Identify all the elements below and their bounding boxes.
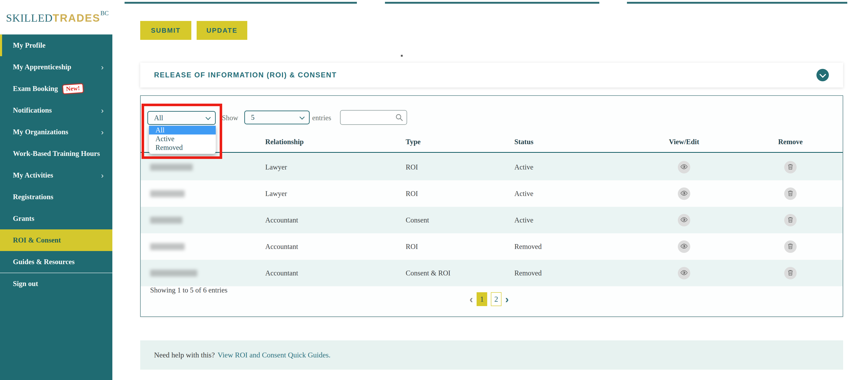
relationship-cell: Lawyer (256, 163, 396, 171)
table-body: LawyerROIActiveLawyerROIActiveAccountant… (141, 154, 843, 286)
sidebar-item-roi-consent[interactable]: ROI & Consent (0, 229, 112, 251)
status-cell: Removed (505, 269, 630, 277)
status-option-removed[interactable]: Removed (149, 143, 216, 152)
sidebar: My ProfileMy Apprenticeship›Exam Booking… (0, 34, 112, 380)
chevron-right-icon: › (101, 106, 103, 115)
redacted-name-blob (150, 164, 193, 171)
sidebar-item-label: Notifications (13, 106, 52, 114)
table-summary: Showing 1 to 5 of 6 entries (150, 286, 227, 294)
trash-icon (787, 163, 794, 171)
redacted-name-blob (150, 243, 185, 250)
pagination: ‹ 12› (469, 292, 509, 306)
status-cell: Removed (505, 242, 630, 251)
view-edit-button[interactable] (678, 214, 690, 226)
type-cell: ROI (396, 242, 505, 251)
name-cell-redacted (141, 190, 256, 197)
sidebar-item-guides-resources[interactable]: Guides & Resources (0, 251, 112, 273)
view-edit-cell (630, 214, 738, 226)
pagination-prev-icon[interactable]: ‹ (469, 293, 473, 305)
pagination-page-2[interactable]: 2 (491, 292, 501, 306)
submit-button[interactable]: SUBMIT (140, 21, 191, 40)
remove-cell (738, 214, 843, 226)
search-icon (395, 113, 403, 122)
redacted-name-blob (150, 190, 185, 197)
view-edit-button[interactable] (678, 187, 690, 200)
view-edit-cell (630, 267, 738, 280)
view-edit-button[interactable] (678, 240, 690, 253)
trash-icon (787, 269, 794, 277)
remove-button[interactable] (784, 267, 797, 280)
eye-icon (680, 269, 688, 277)
remove-cell (738, 187, 843, 200)
sidebar-item-sign-out[interactable]: Sign out (0, 273, 112, 294)
sidebar-item-my-apprenticeship[interactable]: My Apprenticeship› (0, 56, 112, 78)
view-edit-cell (630, 187, 738, 200)
relationship-cell: Accountant (256, 216, 396, 224)
chevron-right-icon: › (101, 171, 103, 180)
page-size-value: 5 (251, 113, 255, 122)
sidebar-item-label: My Apprenticeship (13, 63, 71, 71)
trash-icon (787, 190, 794, 197)
roi-consent-section-header: RELEASE OF INFORMATION (ROI) & CONSENT (140, 63, 843, 88)
status-option-all[interactable]: All (149, 126, 216, 135)
pagination-page-1[interactable]: 1 (476, 292, 487, 306)
sidebar-item-my-activities[interactable]: My Activities› (0, 165, 112, 186)
relationship-cell: Accountant (256, 269, 396, 277)
search-box (340, 110, 407, 125)
sidebar-item-label: My Activities (13, 171, 53, 179)
remove-button[interactable] (784, 187, 797, 200)
search-input[interactable] (341, 114, 395, 121)
column-header-status: Status (505, 138, 630, 146)
chevron-down-icon (819, 71, 826, 78)
status-filter-value: All (154, 114, 163, 122)
status-filter-select[interactable]: All (147, 111, 216, 125)
sidebar-item-my-organizations[interactable]: My Organizations› (0, 121, 112, 143)
sidebar-item-label: Grants (13, 214, 34, 223)
page-size-select[interactable]: 5 (244, 111, 310, 124)
active-marker (0, 34, 2, 56)
collapse-section-button[interactable] (816, 69, 829, 81)
status-option-active[interactable]: Active (149, 135, 216, 143)
sidebar-item-label: ROI & Consent (13, 236, 61, 244)
sidebar-item-label: My Organizations (13, 128, 68, 136)
help-bar: Need help with this? View ROI and Consen… (140, 341, 843, 370)
update-button[interactable]: UPDATE (197, 21, 247, 40)
roi-quick-guides-link[interactable]: View ROI and Consent Quick Guides. (218, 351, 331, 359)
table-row: AccountantROIRemoved (141, 233, 843, 260)
relationship-cell: Accountant (256, 242, 396, 251)
roi-consent-panel: All AllActiveRemoved Show 5 entries Rela… (140, 95, 843, 317)
sidebar-item-registrations[interactable]: Registrations (0, 186, 112, 208)
eye-icon (680, 242, 688, 251)
redacted-name-blob (150, 270, 197, 276)
name-cell-redacted (141, 270, 256, 276)
table-header-row: RelationshipTypeStatusView/EditRemove (141, 132, 843, 153)
remove-cell (738, 161, 843, 173)
remove-button[interactable] (784, 240, 797, 253)
view-edit-cell (630, 240, 738, 253)
brand-logo[interactable]: SKILLEDTRADESBC (6, 10, 109, 24)
tab-underline (125, 2, 357, 4)
type-cell: ROI (396, 163, 505, 171)
sidebar-item-exam-booking[interactable]: Exam BookingNew! (0, 78, 112, 99)
entries-label: entries (312, 111, 331, 125)
view-edit-button[interactable] (678, 161, 690, 173)
sidebar-item-notifications[interactable]: Notifications› (0, 99, 112, 121)
remove-cell (738, 267, 843, 280)
chevron-right-icon: › (101, 63, 103, 71)
redacted-name-blob (150, 217, 182, 224)
table-row: LawyerROIActive (141, 154, 843, 180)
column-header-remove: Remove (738, 138, 843, 146)
remove-button[interactable] (784, 214, 797, 226)
eye-icon (680, 216, 688, 224)
type-cell: ROI (396, 189, 505, 198)
sidebar-item-work-based-training-hours[interactable]: Work-Based Training Hours (0, 143, 112, 165)
sidebar-item-my-profile[interactable]: My Profile (0, 34, 112, 56)
remove-button[interactable] (784, 161, 797, 173)
logo-trades: TRADES (53, 12, 100, 24)
chevron-right-icon: › (101, 127, 103, 137)
new-badge: New! (62, 83, 84, 94)
view-edit-cell (630, 161, 738, 173)
sidebar-item-grants[interactable]: Grants (0, 208, 112, 229)
view-edit-button[interactable] (678, 267, 690, 280)
pagination-next-icon[interactable]: › (505, 293, 508, 305)
